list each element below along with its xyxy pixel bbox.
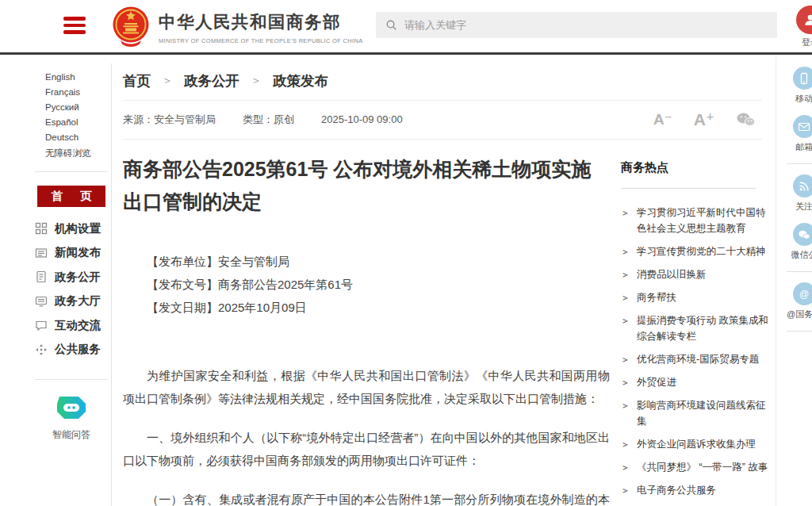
search-input[interactable] bbox=[404, 19, 768, 31]
arrow-right-icon: ＞ bbox=[621, 482, 630, 498]
hot-topic-label: 提振消费专项行动 政策集成和综合解读专栏 bbox=[637, 312, 775, 344]
hot-topics-list: ＞学习贯彻习近平新时代中国特色社会主义思想主题教育＞学习宣传贯彻党的二十大精神＞… bbox=[621, 205, 775, 506]
hot-topic-link[interactable]: ＞影响营商环境建设问题线索征集 bbox=[621, 397, 775, 429]
right-toolbar: 移动邮箱关注微信公@@国务院 bbox=[787, 67, 812, 342]
smart-qa-icon bbox=[54, 393, 89, 422]
toolbar-item-微信公[interactable]: 微信公 bbox=[787, 223, 812, 261]
search-box[interactable] bbox=[376, 12, 777, 38]
wechat-icon bbox=[793, 223, 812, 246]
divider bbox=[35, 171, 108, 172]
sidebar-item-新闻发布[interactable]: 新闻发布 bbox=[35, 241, 108, 266]
login-label: 登录 bbox=[795, 36, 812, 48]
article: 商务部公告2025第61号 公布对境外相关稀土物项实施出口管制的决定 【发布单位… bbox=[123, 153, 610, 506]
hot-topics-panel: 商务热点 ＞学习贯彻习近平新时代中国特色社会主义思想主题教育＞学习宣传贯彻党的二… bbox=[621, 160, 775, 506]
hot-topic-label: 优化营商环境-国际贸易专题 bbox=[637, 351, 759, 367]
language-link[interactable]: Deutsch bbox=[45, 132, 79, 143]
arrow-right-icon: ＞ bbox=[621, 351, 630, 367]
sidebar-divider bbox=[111, 63, 112, 506]
sidebar-item-label: 互动交流 bbox=[55, 318, 101, 333]
toolbar-item-label: 微信公 bbox=[787, 249, 812, 261]
arrow-right-icon: ＞ bbox=[621, 397, 630, 429]
divider bbox=[787, 271, 812, 272]
hot-topic-link[interactable]: ＞电子商务公共服务 bbox=[621, 482, 775, 498]
breadcrumb-item[interactable]: 政策发布 bbox=[273, 71, 328, 90]
article-paragraph: 一、境外组织和个人（以下称“境外特定出口经营者”）在向中国以外的其他国家和地区出… bbox=[123, 427, 610, 472]
article-tools: A⁻ A⁺ bbox=[653, 111, 756, 128]
hot-topic-link[interactable]: ＞外贸促进 bbox=[621, 374, 775, 390]
hot-topic-label: 学习贯彻习近平新时代中国特色社会主义思想主题教育 bbox=[637, 205, 775, 236]
hot-topic-link[interactable]: ＞提振消费专项行动 政策集成和综合解读专栏 bbox=[621, 312, 775, 344]
language-link[interactable]: Español bbox=[45, 117, 79, 128]
sidebar-menu: 机构设置新闻发布政务公开政务大厅互动交流公共服务 bbox=[35, 217, 108, 362]
hot-topic-label: 影响营商环境建设问题线索征集 bbox=[637, 397, 775, 429]
hot-topic-label: 外贸促进 bbox=[637, 374, 676, 390]
page: 中华人民共和国商务部 MINISTRY OF COMMERCE OF THE P… bbox=[0, 0, 812, 506]
breadcrumb-separator: ＞ bbox=[162, 74, 173, 88]
article-title: 商务部公告2025第61号 公布对境外相关稀土物项实施出口管制的决定 bbox=[123, 153, 610, 218]
breadcrumb: 首页＞政务公开＞政策发布 bbox=[123, 63, 762, 90]
sidebar-item-互动交流[interactable]: 互动交流 bbox=[35, 313, 108, 338]
article-paragraph: 为维护国家安全和利益，根据《中华人民共和国出口管制法》《中华人民共和国两用物项出… bbox=[123, 365, 610, 410]
toolbar-item-@国务院[interactable]: @@国务院 bbox=[787, 282, 812, 320]
sidebar-item-label: 政务公开 bbox=[55, 270, 101, 285]
smart-qa-button[interactable]: 智能问答 bbox=[35, 393, 108, 442]
font-decrease-button[interactable]: A⁻ bbox=[653, 112, 672, 127]
sidebar-item-政务公开[interactable]: 政务公开 bbox=[35, 265, 108, 289]
hot-topic-label: 消费品以旧换新 bbox=[637, 266, 707, 282]
divider bbox=[787, 163, 812, 164]
sidebar-item-公共服务[interactable]: 公共服务 bbox=[35, 338, 108, 362]
breadcrumb-item[interactable]: 首页 bbox=[123, 71, 151, 90]
wechat-share-icon[interactable] bbox=[736, 112, 756, 128]
toolbar-item-邮箱[interactable]: 邮箱 bbox=[787, 115, 812, 153]
language-link[interactable]: English bbox=[45, 71, 75, 82]
toolbar-item-移动[interactable]: 移动 bbox=[787, 67, 812, 105]
sidebar-item-政务大厅[interactable]: 政务大厅 bbox=[35, 289, 108, 314]
search-icon bbox=[385, 19, 397, 31]
accessibility-link[interactable]: 无障碍浏览 bbox=[35, 148, 108, 159]
news-icon bbox=[35, 247, 48, 259]
toolbar-item-label: 邮箱 bbox=[787, 141, 812, 153]
hot-topic-label: 外资企业问题诉求收集办理 bbox=[637, 436, 756, 452]
hot-topic-link[interactable]: ＞外资企业问题诉求收集办理 bbox=[621, 436, 775, 452]
article-body: 为维护国家安全和利益，根据《中华人民共和国出口管制法》《中华人民共和国两用物项出… bbox=[123, 365, 610, 506]
smart-qa-label: 智能问答 bbox=[35, 428, 108, 442]
article-type: 类型：原创 bbox=[243, 113, 294, 127]
arrow-right-icon: ＞ bbox=[621, 436, 630, 452]
public-service-icon bbox=[35, 343, 48, 356]
article-datetime: 2025-10-09 09:00 bbox=[321, 113, 403, 125]
language-link[interactable]: Русский bbox=[45, 102, 79, 113]
toolbar-item-关注[interactable]: 关注 bbox=[787, 174, 812, 213]
language-switcher: EnglishFrançaisРусскийEspañolDeutsch bbox=[35, 71, 108, 143]
site-title: 中华人民共和国商务部 bbox=[159, 10, 363, 33]
hot-topic-link[interactable]: ＞优化营商环境-国际贸易专题 bbox=[621, 351, 775, 367]
left-sidebar: EnglishFrançaisРусскийEspañolDeutsch 无障碍… bbox=[35, 71, 108, 442]
article-info-block: 【发布单位】安全与管制局【发布文号】商务部公告2025年第61号【发文日期】20… bbox=[123, 250, 610, 319]
arrow-right-icon: ＞ bbox=[621, 289, 630, 305]
sidebar-item-label: 政务大厅 bbox=[55, 293, 101, 309]
hot-topic-link[interactable]: ＞《共同梦想》 “一带一路” 故事 bbox=[621, 459, 775, 475]
hot-topic-label: 《共同梦想》 “一带一路” 故事 bbox=[637, 459, 768, 475]
sidebar-item-机构设置[interactable]: 机构设置 bbox=[35, 217, 108, 241]
toolbar-item-label: 关注 bbox=[787, 201, 812, 213]
breadcrumb-item[interactable]: 政务公开 bbox=[184, 71, 239, 90]
toolbar-item-label: 移动 bbox=[787, 93, 812, 105]
user-icon bbox=[802, 12, 812, 28]
hot-topic-label: 商务帮扶 bbox=[637, 289, 676, 305]
sidebar-item-label: 机构设置 bbox=[55, 221, 101, 236]
hamburger-menu-icon[interactable] bbox=[63, 17, 86, 34]
edge-divider bbox=[776, 57, 776, 506]
arrow-right-icon: ＞ bbox=[621, 205, 630, 236]
login-button[interactable]: 登录 bbox=[795, 6, 812, 48]
article-meta-row: 来源：安全与管制局 类型：原创 2025-10-09 09:00 A⁻ A⁺ bbox=[123, 101, 762, 140]
language-link[interactable]: Français bbox=[45, 86, 80, 98]
hot-topic-link[interactable]: ＞学习贯彻习近平新时代中国特色社会主义思想主题教育 bbox=[621, 205, 775, 236]
arrow-right-icon: ＞ bbox=[621, 266, 630, 282]
hall-monitor-icon bbox=[35, 295, 48, 308]
hot-topic-link[interactable]: ＞消费品以旧换新 bbox=[621, 266, 775, 282]
hot-topic-link[interactable]: ＞学习宣传贯彻党的二十大精神 bbox=[621, 243, 775, 259]
at-icon: @ bbox=[793, 282, 812, 305]
hot-topic-link[interactable]: ＞商务帮扶 bbox=[621, 289, 775, 305]
document-icon bbox=[35, 270, 48, 283]
home-button[interactable]: 首 页 bbox=[37, 186, 105, 207]
font-increase-button[interactable]: A⁺ bbox=[694, 111, 714, 128]
